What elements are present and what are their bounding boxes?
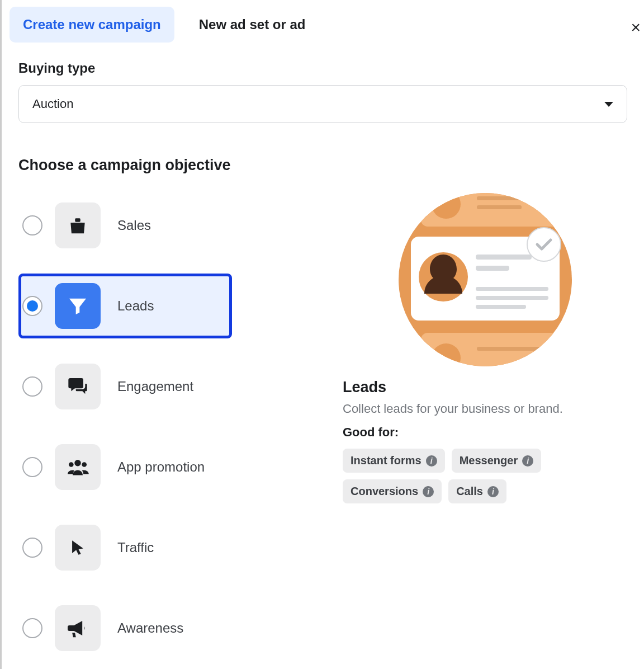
radio-awareness[interactable]: [22, 618, 42, 638]
dialog-content: Buying type Auction Choose a campaign ob…: [2, 43, 644, 669]
svg-rect-19: [477, 347, 544, 351]
radio-traffic[interactable]: [22, 538, 42, 558]
objective-traffic[interactable]: Traffic: [18, 515, 320, 580]
detail-title: Leads: [343, 379, 627, 396]
svg-point-2: [69, 462, 74, 467]
svg-rect-7: [477, 196, 544, 200]
close-button[interactable]: ×: [627, 15, 644, 40]
chat-icon: [55, 364, 101, 409]
objectives-heading: Choose a campaign objective: [18, 157, 627, 174]
objective-label: Traffic: [117, 540, 154, 555]
chip-instant-forms[interactable]: Instant formsi: [343, 449, 445, 473]
info-icon[interactable]: i: [522, 455, 533, 467]
objective-label: Leads: [117, 298, 154, 314]
svg-rect-8: [477, 205, 522, 209]
svg-rect-0: [75, 218, 80, 222]
chip-calls[interactable]: Callsi: [448, 479, 506, 503]
objective-detail-panel: Leads Collect leads for your business or…: [320, 193, 627, 669]
svg-rect-14: [476, 296, 548, 300]
objective-sales[interactable]: Sales: [18, 193, 320, 258]
objective-label: Awareness: [117, 620, 183, 636]
objective-engagement[interactable]: Engagement: [18, 354, 320, 419]
chip-messenger[interactable]: Messengeri: [452, 449, 542, 473]
objectives-list: Sales Leads Engagement: [18, 193, 320, 669]
funnel-icon: [55, 283, 101, 329]
objective-awareness[interactable]: Awareness: [18, 596, 320, 661]
buying-type-label: Buying type: [18, 60, 627, 76]
objective-label: App promotion: [117, 459, 205, 475]
svg-point-3: [82, 462, 87, 467]
objective-label: Engagement: [117, 379, 193, 394]
chip-conversions[interactable]: Conversionsi: [343, 479, 442, 503]
svg-rect-11: [476, 255, 532, 260]
radio-leads[interactable]: [22, 296, 42, 316]
good-for-chips: Instant formsi Messengeri Conversionsi C…: [343, 449, 627, 503]
tabs-bar: Create new campaign New ad set or ad: [2, 0, 644, 43]
bag-icon: [55, 202, 101, 248]
leads-illustration: [399, 193, 572, 366]
info-icon[interactable]: i: [423, 486, 434, 497]
svg-rect-15: [476, 305, 526, 309]
objective-app-promotion[interactable]: App promotion: [18, 435, 320, 500]
buying-type-value: Auction: [32, 97, 73, 111]
group-icon: [55, 444, 101, 490]
tab-create-campaign[interactable]: Create new campaign: [10, 7, 174, 43]
svg-rect-13: [476, 287, 548, 291]
chevron-down-icon: [604, 102, 613, 107]
info-icon[interactable]: i: [487, 486, 499, 497]
objective-label: Sales: [117, 218, 151, 233]
svg-point-1: [74, 460, 81, 467]
svg-point-16: [527, 228, 561, 261]
radio-engagement[interactable]: [22, 376, 42, 397]
cursor-icon: [55, 525, 101, 571]
detail-subtitle: Collect leads for your business or brand…: [343, 402, 627, 416]
megaphone-icon: [55, 605, 101, 651]
good-for-label: Good for:: [343, 425, 627, 440]
objective-leads[interactable]: Leads: [18, 274, 232, 338]
svg-rect-12: [476, 266, 509, 271]
radio-app-promotion[interactable]: [22, 457, 42, 477]
buying-type-select[interactable]: Auction: [18, 85, 627, 123]
tab-new-adset[interactable]: New ad set or ad: [186, 7, 319, 43]
radio-sales[interactable]: [22, 215, 42, 235]
info-icon[interactable]: i: [426, 455, 437, 467]
